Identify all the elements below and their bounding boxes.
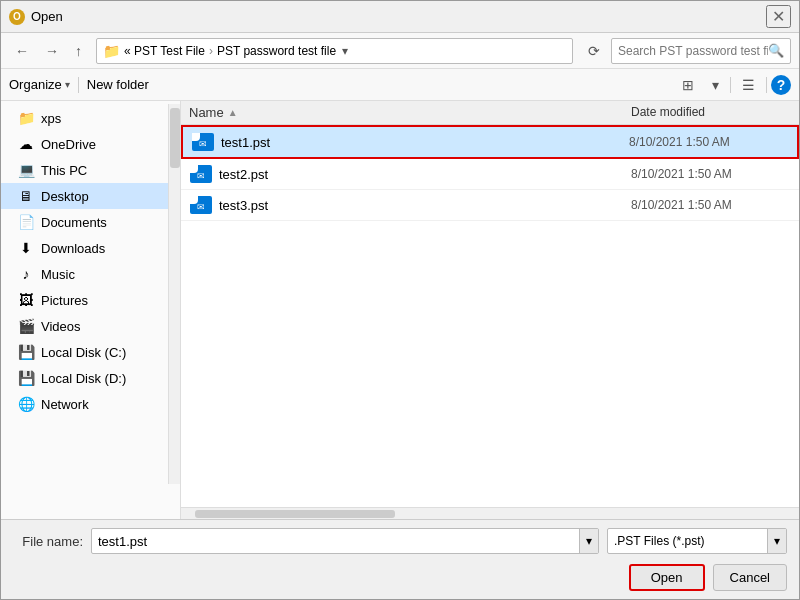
pictures-icon: 🖼 <box>17 292 35 308</box>
pane-divider <box>766 77 767 93</box>
bottom-bar: File name: ▾ .PST Files (*.pst) ▾ Open C… <box>1 519 799 599</box>
breadcrumb-folder-icon: 📁 <box>103 43 120 59</box>
view-grid-button[interactable]: ⊞ <box>675 74 701 96</box>
local-d-icon: 💾 <box>17 370 35 386</box>
local-c-icon: 💾 <box>17 344 35 360</box>
xps-icon: 📁 <box>17 110 35 126</box>
videos-icon: 🎬 <box>17 318 35 334</box>
filename-dropdown-button[interactable]: ▾ <box>579 529 598 553</box>
refresh-button[interactable]: ⟳ <box>581 40 607 62</box>
music-icon: ♪ <box>17 266 35 282</box>
help-button[interactable]: ? <box>771 75 791 95</box>
breadcrumb-dropdown-button[interactable]: ▾ <box>340 44 350 58</box>
file-date-1: 8/10/2021 1:50 AM <box>631 167 791 181</box>
search-icon: 🔍 <box>768 43 784 58</box>
horizontal-scrollbar[interactable] <box>181 507 799 519</box>
sidebar-scrollbar-thumb[interactable] <box>170 108 180 168</box>
toolbar-divider <box>78 77 79 93</box>
breadcrumb-part1: « PST Test File <box>124 44 205 58</box>
sort-arrow: ▲ <box>228 107 238 118</box>
table-row[interactable]: ✉ test3.pst 8/10/2021 1:50 AM <box>181 190 799 221</box>
file-list-header: Name ▲ Date modified <box>181 101 799 125</box>
organize-chevron: ▾ <box>65 79 70 90</box>
column-name[interactable]: Name ▲ <box>189 105 631 120</box>
sidebar-item-music[interactable]: ♪Music <box>1 261 180 287</box>
file-name-0: test1.pst <box>221 135 629 150</box>
title-bar-left: O Open <box>9 9 63 25</box>
pictures-label: Pictures <box>41 293 88 308</box>
local-d-label: Local Disk (D:) <box>41 371 126 386</box>
desktop-icon: 🖥 <box>17 188 35 204</box>
sidebar-item-local-c[interactable]: 💾Local Disk (C:) <box>1 339 180 365</box>
onedrive-label: OneDrive <box>41 137 96 152</box>
file-list: ✉ test1.pst 8/10/2021 1:50 AM ✉ test2.ps… <box>181 125 799 507</box>
filetype-text: .PST Files (*.pst) <box>608 534 767 548</box>
sidebar-item-local-d[interactable]: 💾Local Disk (D:) <box>1 365 180 391</box>
filetype-select-wrap: .PST Files (*.pst) ▾ <box>607 528 787 554</box>
videos-label: Videos <box>41 319 81 334</box>
organize-button[interactable]: Organize ▾ <box>9 77 70 92</box>
sidebar-item-this-pc[interactable]: 💻This PC <box>1 157 180 183</box>
file-name-2: test3.pst <box>219 198 631 213</box>
xps-label: xps <box>41 111 61 126</box>
local-c-label: Local Disk (C:) <box>41 345 126 360</box>
filename-row: File name: ▾ .PST Files (*.pst) ▾ <box>13 528 787 554</box>
open-dialog: O Open ✕ ← → ↑ 📁 « PST Test File › PST p… <box>0 0 800 600</box>
sidebar-item-xps[interactable]: 📁xps <box>1 105 180 131</box>
back-button[interactable]: ← <box>9 40 35 62</box>
sidebar-item-documents[interactable]: 📄Documents <box>1 209 180 235</box>
music-label: Music <box>41 267 75 282</box>
action-buttons: Open Cancel <box>13 564 787 591</box>
sidebar-item-network[interactable]: 🌐Network <box>1 391 180 417</box>
organize-label: Organize <box>9 77 62 92</box>
search-bar: 🔍 <box>611 38 791 64</box>
column-date-modified[interactable]: Date modified <box>631 105 791 120</box>
main-area: Name ▲ Date modified ✉ test1.pst 8/10/20… <box>181 101 799 519</box>
forward-button[interactable]: → <box>39 40 65 62</box>
pane-button[interactable]: ☰ <box>735 74 762 96</box>
view-controls: ⊞ ▾ ☰ ? <box>675 74 791 96</box>
content-area: 📁xps☁OneDrive💻This PC🖥Desktop📄Documents⬇… <box>1 101 799 519</box>
close-button[interactable]: ✕ <box>766 5 791 28</box>
file-icon-1: ✉ <box>189 164 213 184</box>
file-name-1: test2.pst <box>219 167 631 182</box>
sidebar: 📁xps☁OneDrive💻This PC🖥Desktop📄Documents⬇… <box>1 101 181 519</box>
file-date-0: 8/10/2021 1:50 AM <box>629 135 789 149</box>
desktop-label: Desktop <box>41 189 89 204</box>
cancel-button[interactable]: Cancel <box>713 564 787 591</box>
this-pc-icon: 💻 <box>17 162 35 178</box>
new-folder-button[interactable]: New folder <box>87 77 149 92</box>
table-row[interactable]: ✉ test1.pst 8/10/2021 1:50 AM <box>181 125 799 159</box>
view-divider <box>730 77 731 93</box>
sidebar-item-downloads[interactable]: ⬇Downloads <box>1 235 180 261</box>
breadcrumb-bar[interactable]: 📁 « PST Test File › PST password test fi… <box>96 38 573 64</box>
downloads-label: Downloads <box>41 241 105 256</box>
documents-icon: 📄 <box>17 214 35 230</box>
network-icon: 🌐 <box>17 396 35 412</box>
search-input[interactable] <box>618 44 768 58</box>
navigation-toolbar: ← → ↑ 📁 « PST Test File › PST password t… <box>1 33 799 69</box>
this-pc-label: This PC <box>41 163 87 178</box>
filetype-dropdown-button[interactable]: ▾ <box>767 529 786 553</box>
sidebar-item-pictures[interactable]: 🖼Pictures <box>1 287 180 313</box>
breadcrumb-part2: PST password test file <box>217 44 336 58</box>
view-list-button[interactable]: ▾ <box>705 74 726 96</box>
sidebar-item-videos[interactable]: 🎬Videos <box>1 313 180 339</box>
sidebar-item-desktop[interactable]: 🖥Desktop <box>1 183 180 209</box>
filename-label: File name: <box>13 534 83 549</box>
file-date-2: 8/10/2021 1:50 AM <box>631 198 791 212</box>
h-scrollbar-thumb[interactable] <box>195 510 395 518</box>
title-bar: O Open ✕ <box>1 1 799 33</box>
onedrive-icon: ☁ <box>17 136 35 152</box>
downloads-icon: ⬇ <box>17 240 35 256</box>
documents-label: Documents <box>41 215 107 230</box>
filename-input[interactable] <box>92 529 579 553</box>
dialog-icon: O <box>9 9 25 25</box>
sidebar-item-onedrive[interactable]: ☁OneDrive <box>1 131 180 157</box>
filename-input-wrap: ▾ <box>91 528 599 554</box>
up-button[interactable]: ↑ <box>69 40 88 62</box>
table-row[interactable]: ✉ test2.pst 8/10/2021 1:50 AM <box>181 159 799 190</box>
dialog-title: Open <box>31 9 63 24</box>
open-button[interactable]: Open <box>629 564 705 591</box>
network-label: Network <box>41 397 89 412</box>
